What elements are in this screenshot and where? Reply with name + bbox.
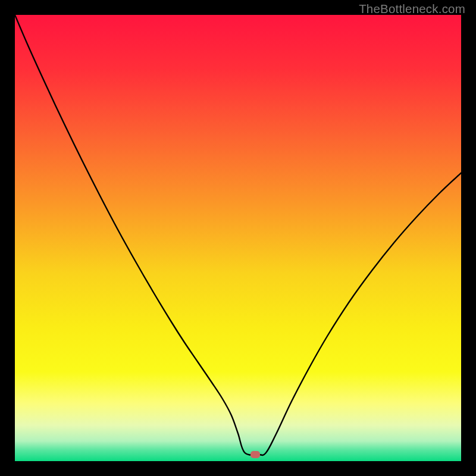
chart-frame: TheBottleneck.com: [0, 0, 476, 476]
min-marker: [250, 451, 260, 458]
watermark-text: TheBottleneck.com: [359, 2, 465, 16]
plot-area: [15, 15, 461, 461]
bottleneck-curve: [15, 15, 461, 461]
